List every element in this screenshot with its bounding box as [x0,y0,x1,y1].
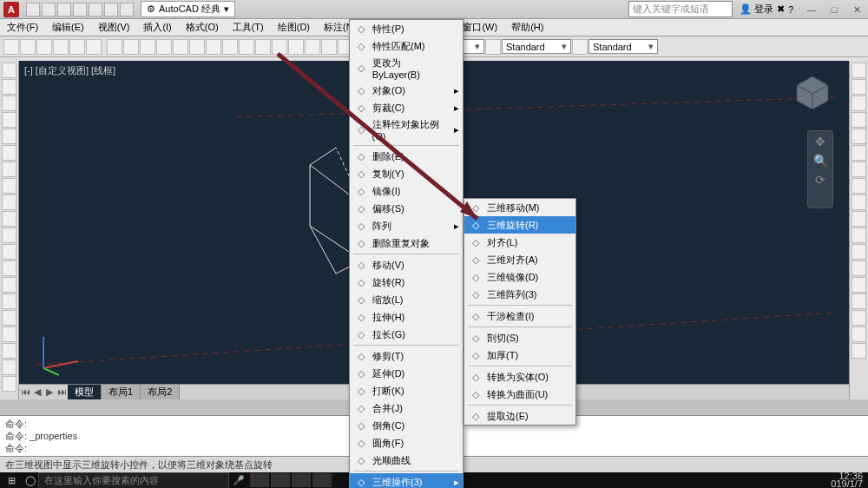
menu-item[interactable]: ◇光顺曲线 [350,452,463,469]
cortana-icon[interactable]: ◯ [23,475,38,486]
tab-nav-next[interactable]: ▶ [43,386,56,398]
menu-item[interactable]: ◇三维移动(M) [464,199,575,216]
close-button[interactable]: ✕ [845,2,868,17]
menu-item[interactable]: ◇复制(Y) [350,165,463,182]
tool-button[interactable] [239,39,254,55]
tool-button[interactable] [2,178,16,194]
navigation-bar[interactable]: ✥🔍⟳ [807,130,833,208]
tool-button[interactable] [2,310,16,326]
tool-button[interactable] [173,39,188,55]
tool-button[interactable] [852,277,866,293]
tool-button[interactable] [140,39,155,55]
menu-item[interactable]: ◇镜像(I) [350,182,463,200]
tool-button[interactable] [86,39,102,55]
tool-button[interactable] [852,310,866,326]
tab-layout1[interactable]: 布局1 [102,385,141,399]
tool-button[interactable] [206,39,221,55]
tool-button[interactable] [189,39,205,55]
menu-help[interactable]: 帮助(H) [504,19,550,36]
tool-button[interactable] [3,39,19,55]
menu-tools[interactable]: 工具(T) [226,19,271,36]
tool-button[interactable] [852,195,866,210]
tool-button[interactable] [2,112,16,128]
start-button[interactable]: ⊞ [0,475,23,486]
mic-icon[interactable]: 🎤 [233,475,245,486]
app-logo[interactable]: A [3,2,19,17]
menu-item[interactable]: ◇三维镜像(D) [464,268,575,286]
viewcube[interactable] [792,71,833,113]
menu-view[interactable]: 视图(V) [91,19,137,36]
tool-button[interactable] [852,343,866,359]
menu-item[interactable]: ◇对象(O)▸ [350,82,463,99]
tool-button[interactable] [2,195,16,210]
tab-nav-last[interactable]: ⏭ [56,386,68,398]
tool-button[interactable] [2,293,16,309]
tool-button[interactable] [53,39,69,55]
menu-item[interactable]: ◇旋转(R) [350,274,463,291]
menu-item[interactable]: ◇合并(J) [350,399,463,417]
menu-item[interactable]: ◇更改为 ByLayer(B) [350,55,463,82]
menu-item[interactable]: ◇三维旋转(R) [464,216,575,234]
app-icon[interactable] [292,473,311,487]
app-icon[interactable] [250,473,269,487]
tab-nav-first[interactable]: ⏮ [19,386,31,398]
app-icon[interactable] [271,473,290,487]
help-search[interactable]: 键入关键字或短语 [628,1,733,17]
tool-button[interactable] [485,39,501,55]
menu-item[interactable]: ◇圆角(F) [350,434,463,452]
tool-button[interactable] [852,162,866,177]
tool-button[interactable] [852,260,866,276]
menu-item[interactable]: ◇加厚(T) [464,346,575,364]
menu-item[interactable]: ◇三维阵列(3) [464,286,575,303]
menu-item[interactable]: ◇偏移(S) [350,200,463,217]
menu-item[interactable]: ◇干涉检查(I) [464,307,575,325]
qat-button[interactable] [57,3,71,16]
qat-button[interactable] [120,3,134,16]
menu-draw[interactable]: 绘图(D) [271,19,317,36]
tool-button[interactable] [2,145,16,161]
tool-button[interactable] [852,211,866,227]
menu-item[interactable]: ◇延伸(D) [350,365,463,382]
qat-button[interactable] [73,3,87,16]
tool-button[interactable] [107,39,122,55]
menu-item[interactable]: ◇转换为实体(O) [464,368,575,386]
tool-button[interactable] [852,79,866,95]
exchange-icon[interactable]: ✖ [777,3,785,15]
menu-item[interactable]: ◇对齐(L) [464,234,575,251]
menu-edit[interactable]: 编辑(E) [45,19,91,36]
tool-button[interactable] [852,228,866,243]
minimize-button[interactable]: — [800,2,823,17]
menu-format[interactable]: 格式(O) [179,19,226,36]
tool-button[interactable] [2,162,16,177]
menu-item[interactable]: ◇缩放(L) [350,291,463,308]
menu-item[interactable]: ◇倒角(C) [350,417,463,434]
tool-button[interactable] [852,178,866,194]
tool-button[interactable] [852,129,866,144]
tool-button[interactable] [2,376,16,392]
tool-button[interactable] [2,211,16,227]
qat-button[interactable] [42,3,56,16]
qat-button[interactable] [104,3,118,16]
tool-button[interactable] [272,39,287,55]
maximize-button[interactable]: □ [823,2,845,17]
menu-item[interactable]: ◇转换为曲面(U) [464,386,575,403]
tab-layout2[interactable]: 布局2 [141,385,180,399]
orbit-icon[interactable]: ⟳ [815,173,825,187]
menu-item[interactable]: ◇三维操作(3)▸ [350,473,463,488]
menu-item[interactable]: ◇特性匹配(M) [350,37,463,55]
tool-button[interactable] [2,326,16,342]
menu-insert[interactable]: 插入(I) [136,19,178,36]
tool-button[interactable] [852,112,866,128]
menu-item[interactable]: ◇拉伸(H) [350,308,463,326]
tool-button[interactable] [36,39,52,55]
tool-line[interactable] [2,63,16,78]
tool-button[interactable] [2,343,16,359]
menu-item[interactable]: ◇移动(V) [350,256,463,274]
tool-button[interactable] [2,260,16,276]
tool-button[interactable] [69,39,85,55]
tool-button[interactable] [20,39,36,55]
tool-button[interactable] [572,39,588,55]
menu-file[interactable]: 文件(F) [0,19,45,36]
qat-button[interactable] [89,3,102,16]
menu-item[interactable]: ◇提取边(E) [464,407,575,425]
